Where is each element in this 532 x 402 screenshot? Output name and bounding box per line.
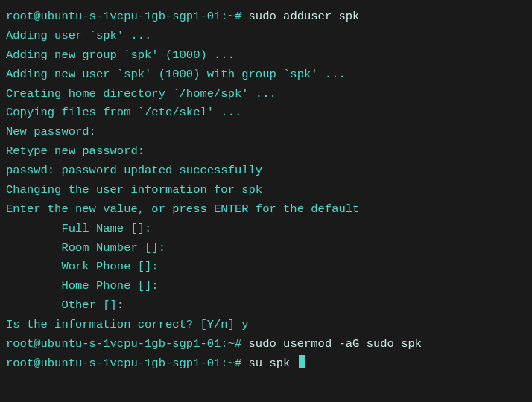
- output-text: Room Number []:: [6, 241, 165, 255]
- output-text: passwd: password updated successfully: [6, 164, 262, 177]
- output-text: Retype new password:: [6, 144, 145, 158]
- terminal-line: Changing the user information for spk: [6, 181, 526, 200]
- terminal-line: Full Name []:: [6, 220, 526, 239]
- terminal-line: passwd: password updated successfully: [6, 162, 526, 181]
- terminal-line: Retype new password:: [6, 142, 526, 162]
- output-text: Copying files from `/etc/skel' ...: [6, 106, 241, 119]
- command-text: sudo adduser spk: [241, 10, 359, 23]
- prompt: root@ubuntu-s-1vcpu-1gb-sgp1-01:~#: [6, 10, 241, 23]
- output-text: New password:: [6, 125, 96, 138]
- output-text: Enter the new value, or press ENTER for …: [6, 202, 359, 216]
- terminal-line: Work Phone []:: [6, 258, 526, 277]
- output-text: Adding new group `spk' (1000) ...: [6, 48, 235, 62]
- output-text: Adding new user `spk' (1000) with group …: [6, 68, 346, 81]
- terminal-line: root@ubuntu-s-1vcpu-1gb-sgp1-01:~# su sp…: [6, 354, 526, 374]
- output-text: Is the information correct? [Y/n] y: [6, 318, 249, 331]
- output-text: Work Phone []:: [6, 260, 159, 273]
- terminal-line: Home Phone []:: [6, 277, 526, 296]
- terminal[interactable]: root@ubuntu-s-1vcpu-1gb-sgp1-01:~# sudo …: [6, 7, 526, 374]
- terminal-line: root@ubuntu-s-1vcpu-1gb-sgp1-01:~# sudo …: [6, 335, 526, 354]
- terminal-line: Is the information correct? [Y/n] y: [6, 316, 526, 335]
- terminal-line: Enter the new value, or press ENTER for …: [6, 200, 526, 220]
- terminal-line: Room Number []:: [6, 239, 526, 258]
- terminal-line: Adding new group `spk' (1000) ...: [6, 46, 526, 66]
- output-text: Changing the user information for spk: [6, 183, 262, 197]
- output-text: Full Name []:: [6, 222, 151, 235]
- prompt: root@ubuntu-s-1vcpu-1gb-sgp1-01:~#: [6, 337, 241, 351]
- output-text: Other []:: [6, 299, 124, 312]
- terminal-line: Copying files from `/etc/skel' ...: [6, 103, 526, 123]
- command-text: sudo usermod -aG sudo spk: [241, 337, 422, 351]
- command-text: su spk: [241, 357, 297, 370]
- terminal-line: root@ubuntu-s-1vcpu-1gb-sgp1-01:~# sudo …: [6, 7, 526, 27]
- terminal-line: Adding new user `spk' (1000) with group …: [6, 66, 526, 85]
- output-text: Creating home directory `/home/spk' ...: [6, 87, 276, 100]
- prompt: root@ubuntu-s-1vcpu-1gb-sgp1-01:~#: [6, 357, 241, 370]
- terminal-line: New password:: [6, 123, 526, 142]
- cursor: [299, 355, 305, 368]
- terminal-line: Other []:: [6, 296, 526, 316]
- terminal-line: Creating home directory `/home/spk' ...: [6, 85, 526, 104]
- output-text: Home Phone []:: [6, 279, 159, 293]
- output-text: Adding user `spk' ...: [6, 29, 151, 42]
- terminal-line: Adding user `spk' ...: [6, 27, 526, 46]
